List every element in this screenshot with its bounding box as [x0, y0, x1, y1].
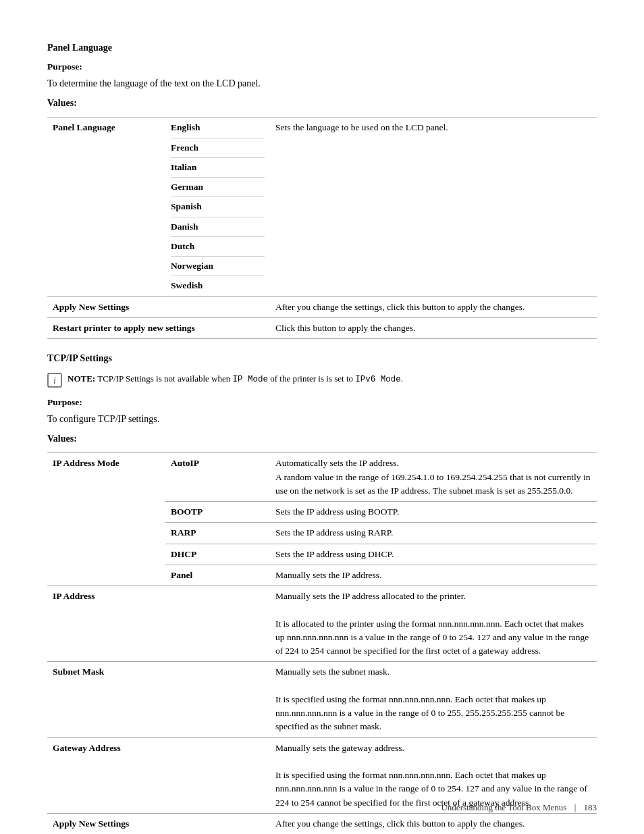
footer-page: 183	[584, 802, 597, 812]
tcpip-purpose-label: Purpose:	[47, 396, 597, 409]
table-row-restart: Restart printer to apply new settings Cl…	[47, 317, 597, 338]
ip-mode-label: IP Address Mode	[47, 453, 165, 586]
panel-language-section: Panel Language Purpose: To determine the…	[47, 41, 597, 339]
panel-values-label: Values:	[47, 96, 597, 110]
note-text: NOTE: TCP/IP Settings is not available w…	[68, 372, 403, 386]
subnet-value	[165, 662, 270, 737]
bootp-desc: Sets the IP address using BOOTP.	[270, 502, 597, 523]
lang-dutch: Dutch	[171, 236, 265, 253]
apply-label: Apply New Settings	[47, 296, 270, 317]
footer-separator: |	[574, 801, 576, 814]
note-box: i NOTE: TCP/IP Settings is not available…	[47, 372, 597, 388]
restart-desc: Click this button to apply the changes.	[270, 317, 597, 338]
lang-german: German	[171, 177, 265, 194]
ip-mode-autoip: AutoIP	[165, 453, 270, 502]
table-row-ip-address: IP Address Manually sets the IP address …	[47, 586, 597, 662]
pl-values: English French Italian German Spanish Da…	[165, 118, 270, 296]
ip-address-label: IP Address	[47, 586, 165, 662]
svg-text:i: i	[53, 375, 56, 386]
panel-value: Panel	[165, 565, 270, 585]
apply-desc: After you change the settings, click thi…	[270, 296, 597, 317]
bootp-value: BOOTP	[165, 502, 270, 523]
lang-swedish: Swedish	[171, 276, 265, 292]
subnet-desc: Manually sets the subnet mask. It is spe…	[270, 662, 597, 737]
note-prefix: NOTE:	[68, 373, 95, 384]
panel-purpose-label: Purpose:	[47, 60, 597, 74]
subnet-label: Subnet Mask	[47, 662, 165, 737]
lang-norwegian: Norwegian	[171, 256, 265, 273]
tcpip-apply-desc: After you change the settings, click thi…	[270, 813, 597, 834]
table-row-tcpip-apply: Apply New Settings After you change the …	[47, 813, 597, 834]
ip-mode-autoip-desc: Automatically sets the IP address. A ran…	[270, 453, 597, 502]
ip-address-value	[165, 586, 270, 662]
footer-text: Understanding the Tool Box Menus	[441, 802, 566, 812]
table-row-ip-mode: IP Address Mode AutoIP Automatically set…	[47, 453, 597, 502]
pl-desc: Sets the language to be used on the LCD …	[270, 118, 597, 296]
panel-desc: Manually sets the IP address.	[270, 565, 597, 585]
lang-english: English	[171, 121, 265, 134]
rarp-value: RARP	[165, 523, 270, 544]
tcpip-title: TCP/IP Settings	[47, 351, 597, 365]
panel-language-title: Panel Language	[47, 41, 597, 55]
note-content: TCP/IP Settings is not available when IP…	[97, 373, 403, 384]
table-row: Panel Language English French Italian Ge…	[47, 118, 597, 296]
pl-label: Panel Language	[47, 118, 165, 296]
panel-purpose-text: To determine the language of the text on…	[47, 76, 597, 90]
tcpip-values-label: Values:	[47, 432, 597, 446]
lang-danish: Danish	[171, 217, 265, 234]
note-icon: i	[47, 373, 62, 388]
table-row-subnet: Subnet Mask Manually sets the subnet mas…	[47, 662, 597, 737]
lang-italian: Italian	[171, 157, 265, 174]
lang-spanish: Spanish	[171, 197, 265, 213]
dhcp-value: DHCP	[165, 544, 270, 565]
dhcp-desc: Sets the IP address using DHCP.	[270, 544, 597, 565]
tcpip-apply-label: Apply New Settings	[47, 813, 270, 834]
gateway-label: Gateway Address	[47, 737, 165, 813]
rarp-desc: Sets the IP address using RARP.	[270, 523, 597, 544]
gateway-value	[165, 737, 270, 813]
tcpip-purpose-text: To configure TCP/IP settings.	[47, 412, 597, 426]
table-row-apply: Apply New Settings After you change the …	[47, 296, 597, 317]
ip-address-desc: Manually sets the IP address allocated t…	[270, 586, 597, 662]
restart-label: Restart printer to apply new settings	[47, 317, 270, 338]
footer: Understanding the Tool Box Menus | 183	[441, 801, 597, 814]
tcpip-table: IP Address Mode AutoIP Automatically set…	[47, 452, 597, 834]
lang-french: French	[171, 138, 265, 155]
panel-language-table: Panel Language English French Italian Ge…	[47, 117, 597, 339]
tcpip-section: TCP/IP Settings i NOTE: TCP/IP Settings …	[47, 351, 597, 834]
